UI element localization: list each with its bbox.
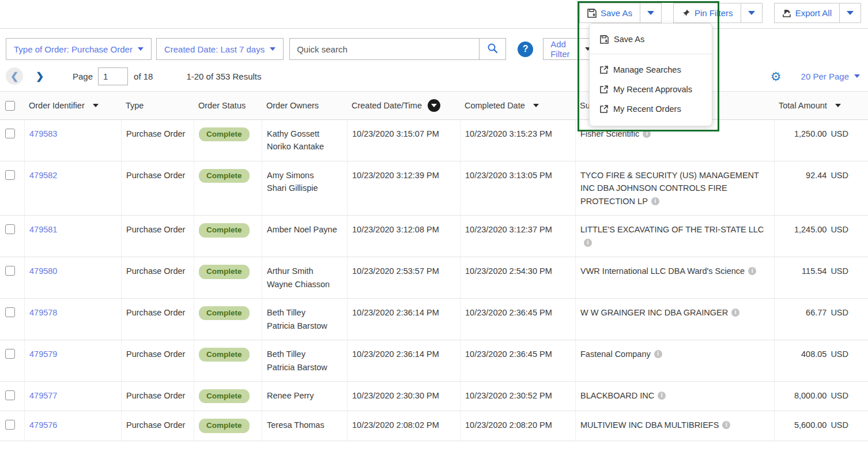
- currency-code: USD: [831, 391, 848, 400]
- status-badge: Complete: [199, 127, 250, 141]
- export-all-button[interactable]: Export All: [774, 3, 840, 23]
- order-status-cell: Complete: [194, 382, 262, 411]
- order-status-cell: Complete: [194, 411, 262, 440]
- header-order-identifier[interactable]: Order Identifier: [24, 92, 121, 119]
- export-all-dropdown-toggle[interactable]: [840, 3, 861, 23]
- amount-value: 408.05: [801, 349, 827, 359]
- header-label: Type: [126, 101, 144, 110]
- currency-code: USD: [831, 349, 848, 359]
- order-identifier-link[interactable]: 479582: [29, 171, 57, 180]
- quick-search-box: [289, 38, 506, 60]
- header-type[interactable]: Type: [121, 92, 194, 119]
- info-icon[interactable]: i: [731, 309, 739, 317]
- supplier-name: BLACKBOARD INC: [580, 391, 654, 400]
- pin-filters-label: Pin Filters: [695, 8, 733, 18]
- header-order-status[interactable]: Order Status: [194, 92, 262, 119]
- menu-item-save-as[interactable]: Save As: [590, 27, 712, 52]
- filter-type-of-order-label: Type of Order: Purchase Order: [14, 44, 133, 54]
- order-identifier-link[interactable]: 479579: [29, 349, 57, 359]
- save-as-button[interactable]: Save As: [579, 3, 640, 23]
- supplier-name: Fastenal Company: [580, 349, 651, 359]
- header-completed-date[interactable]: Completed Date: [460, 92, 575, 119]
- filter-type-of-order[interactable]: Type of Order: Purchase Order: [6, 38, 152, 60]
- next-page-button[interactable]: ❯: [31, 67, 48, 85]
- page-number-input[interactable]: [98, 67, 128, 85]
- supplier-name: W W GRAINGER INC DBA GRAINGER: [580, 308, 728, 317]
- order-identifier-link[interactable]: 479577: [29, 391, 57, 400]
- menu-item-label: Save As: [614, 35, 644, 44]
- external-link-icon: [600, 105, 608, 113]
- pin-filters-dropdown-toggle[interactable]: [741, 3, 763, 23]
- info-icon[interactable]: i: [658, 392, 666, 400]
- order-identifier-link[interactable]: 479580: [29, 266, 57, 276]
- header-total-amount[interactable]: Total Amount: [774, 92, 868, 119]
- order-identifier-link[interactable]: 479583: [29, 129, 57, 138]
- created-date-cell: 10/23/2020 2:36:14 PM: [347, 299, 460, 340]
- info-icon[interactable]: i: [748, 267, 756, 275]
- currency-code: USD: [831, 420, 848, 430]
- external-link-icon: [600, 85, 608, 93]
- pin-filters-button[interactable]: Pin Filters: [673, 3, 741, 23]
- pin-filters-split-button: Pin Filters: [673, 3, 763, 23]
- info-icon[interactable]: i: [643, 130, 651, 138]
- order-type-cell: Purchase Order: [121, 340, 194, 381]
- sort-descending-active-icon[interactable]: [428, 99, 440, 112]
- search-button[interactable]: [479, 39, 505, 59]
- order-identifier-link[interactable]: 479578: [29, 308, 57, 317]
- order-type-cell: Purchase Order: [121, 411, 194, 440]
- filter-created-date[interactable]: Created Date: Last 7 days: [156, 38, 284, 60]
- order-owners-cell: Beth TilleyPatricia Barstow: [262, 340, 347, 381]
- info-icon[interactable]: i: [584, 239, 592, 247]
- order-type-cell: Purchase Order: [121, 382, 194, 411]
- status-badge: Complete: [199, 348, 250, 362]
- row-checkbox[interactable]: [5, 266, 15, 276]
- top-toolbar: Save As Pin Filters Export All: [0, 0, 868, 29]
- supplier-cell: MULTIVIEW INC DBA MULTIBRIEFSi: [575, 411, 774, 440]
- help-icon[interactable]: ?: [518, 42, 533, 57]
- chevron-down-icon: [854, 74, 860, 78]
- row-select-cell: [0, 299, 24, 340]
- filter-bar: Type of Order: Purchase Order Created Da…: [0, 29, 868, 61]
- header-order-owners[interactable]: Order Owners: [262, 92, 347, 119]
- row-checkbox[interactable]: [5, 307, 15, 317]
- gear-icon[interactable]: ⚙: [771, 70, 782, 82]
- menu-item-my-recent-orders[interactable]: My Recent Orders: [590, 99, 712, 119]
- chevron-down-icon: [270, 47, 276, 51]
- previous-page-button[interactable]: ❮: [6, 67, 23, 85]
- order-owners-cell: Kathy GossettNoriko Kantake: [262, 120, 347, 161]
- created-date-cell: 10/23/2020 2:08:02 PM: [347, 411, 460, 440]
- row-checkbox[interactable]: [5, 420, 15, 430]
- menu-item-manage-searches[interactable]: Manage Searches: [590, 60, 712, 80]
- row-checkbox[interactable]: [5, 224, 15, 234]
- select-all-checkbox[interactable]: [5, 101, 15, 111]
- row-checkbox[interactable]: [5, 129, 15, 138]
- owner-name: Shari Gillispie: [267, 182, 342, 194]
- row-select-cell: [0, 411, 24, 440]
- quick-search-input[interactable]: [290, 39, 479, 59]
- order-identifier-link[interactable]: 479576: [29, 420, 57, 430]
- row-checkbox[interactable]: [5, 390, 15, 400]
- order-type-cell: Purchase Order: [121, 216, 194, 257]
- order-identifier-cell: 479580: [24, 257, 121, 298]
- save-icon: [600, 35, 609, 44]
- row-checkbox[interactable]: [5, 349, 15, 359]
- order-owners-cell: Teresa Thomas: [262, 411, 347, 440]
- save-as-label: Save As: [601, 8, 632, 18]
- info-icon[interactable]: i: [722, 421, 730, 429]
- header-created-date[interactable]: Created Date/Time: [347, 92, 460, 119]
- table-row: 479579 Purchase Order Complete Beth Till…: [0, 340, 868, 382]
- owner-name: Beth Tilley: [267, 348, 342, 360]
- row-checkbox[interactable]: [5, 170, 15, 180]
- export-icon: [782, 9, 791, 18]
- save-as-dropdown-toggle[interactable]: [640, 3, 662, 23]
- currency-code: USD: [831, 266, 848, 276]
- per-page-selector[interactable]: 20 Per Page: [801, 72, 860, 81]
- info-icon[interactable]: i: [651, 197, 659, 205]
- owner-name: Arthur Smith: [267, 265, 342, 277]
- order-identifier-link[interactable]: 479581: [29, 225, 57, 234]
- export-all-label: Export All: [795, 8, 832, 18]
- table-row: 479583 Purchase Order Complete Kathy Gos…: [0, 120, 868, 161]
- table-row: 479580 Purchase Order Complete Arthur Sm…: [0, 257, 868, 299]
- info-icon[interactable]: i: [654, 350, 662, 358]
- menu-item-my-recent-approvals[interactable]: My Recent Approvals: [590, 80, 712, 99]
